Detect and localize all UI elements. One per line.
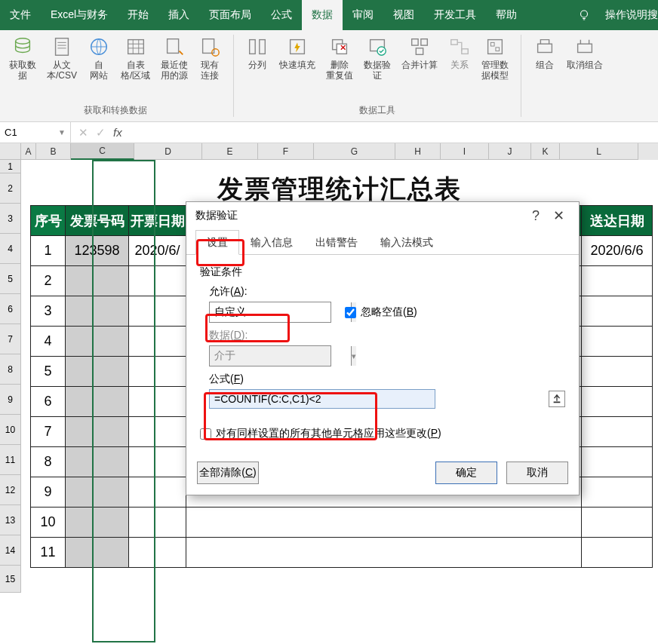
row-header-2[interactable]: 2 bbox=[0, 173, 21, 204]
ok-button[interactable]: 确定 bbox=[435, 462, 497, 484]
select-all-corner[interactable] bbox=[0, 143, 21, 160]
cancel-button[interactable]: 取消 bbox=[506, 462, 568, 484]
btn-data-model[interactable]: 管理数 据模型 bbox=[477, 33, 513, 83]
col-header-H[interactable]: H bbox=[395, 143, 441, 160]
btn-label: 组合 bbox=[536, 60, 554, 70]
ribbon-separator bbox=[233, 35, 234, 117]
tab-view[interactable]: 视图 bbox=[383, 0, 424, 30]
dialog-tabs: 设置 输入信息 出错警告 输入法模式 bbox=[186, 229, 579, 255]
allow-select[interactable]: ▾ bbox=[209, 302, 331, 323]
allow-value bbox=[210, 302, 351, 322]
tell-me[interactable]: 操作说明搜 bbox=[595, 0, 658, 30]
col-header-C[interactable]: C bbox=[71, 143, 134, 160]
row-header-11[interactable]: 11 bbox=[0, 445, 21, 475]
col-header-K[interactable]: K bbox=[531, 143, 560, 160]
btn-label: 自表 格/区域 bbox=[121, 60, 150, 81]
row-header-1[interactable]: 1 bbox=[0, 160, 21, 173]
formula-field[interactable] bbox=[209, 389, 435, 409]
btn-get-data[interactable]: 获取数 据 bbox=[5, 33, 41, 83]
ignore-blank-checkbox[interactable]: 忽略空值(B) bbox=[345, 305, 417, 319]
col-header-I[interactable]: I bbox=[441, 143, 489, 160]
tab-page-layout[interactable]: 页面布局 bbox=[199, 0, 261, 30]
col-header-D[interactable]: D bbox=[134, 143, 202, 160]
btn-from-table[interactable]: 自表 格/区域 bbox=[116, 33, 155, 83]
collapse-dialog-icon[interactable] bbox=[549, 391, 565, 407]
th-seq: 序号 bbox=[31, 206, 66, 236]
fx-icon[interactable]: fx bbox=[113, 126, 122, 139]
row-header-5[interactable]: 5 bbox=[0, 264, 21, 294]
col-header-F[interactable]: F bbox=[258, 143, 314, 160]
btn-relationships[interactable]: 关系 bbox=[444, 33, 475, 83]
btn-remove-duplicates[interactable]: 删除 重复值 bbox=[321, 33, 358, 83]
row-header-10[interactable]: 10 bbox=[0, 415, 21, 445]
col-header-L[interactable]: L bbox=[560, 143, 638, 160]
clear-all-button[interactable]: 全部清除(C) bbox=[197, 462, 259, 484]
btn-from-web[interactable]: 自 网站 bbox=[83, 33, 115, 83]
col-header-E[interactable]: E bbox=[202, 143, 258, 160]
row-header-13[interactable]: 13 bbox=[0, 505, 21, 535]
btn-flash-fill[interactable]: 快速填充 bbox=[275, 33, 320, 83]
row-header-9[interactable]: 9 bbox=[0, 385, 21, 415]
row-header-14[interactable]: 14 bbox=[0, 535, 21, 566]
row-header-8[interactable]: 8 bbox=[0, 354, 21, 385]
row-header-4[interactable]: 4 bbox=[0, 234, 21, 264]
dtab-error-alert[interactable]: 出错警告 bbox=[304, 230, 369, 255]
tab-data[interactable]: 数据 bbox=[302, 0, 343, 30]
tab-review[interactable]: 审阅 bbox=[343, 0, 383, 30]
flash-fill-icon bbox=[286, 35, 309, 58]
row-header-15[interactable]: 15 bbox=[0, 566, 21, 593]
name-box[interactable]: C1 ▼ bbox=[0, 122, 71, 143]
formula-label: 公式(F) bbox=[209, 373, 565, 386]
svg-rect-20 bbox=[488, 40, 503, 54]
check-icon[interactable]: ✓ bbox=[96, 126, 106, 140]
apply-to-others-checkbox[interactable]: 对有同样设置的所有其他单元格应用这些更改(P) bbox=[200, 427, 565, 440]
dtab-settings[interactable]: 设置 bbox=[195, 230, 239, 255]
btn-text-to-columns[interactable]: 分列 bbox=[241, 33, 273, 83]
btn-group[interactable]: 组合 bbox=[529, 33, 561, 72]
tab-formulas[interactable]: 公式 bbox=[261, 0, 302, 30]
dtab-input-message[interactable]: 输入信息 bbox=[239, 230, 304, 255]
apply-input[interactable] bbox=[200, 428, 211, 440]
group-label: 数据工具 bbox=[359, 101, 395, 121]
col-header-J[interactable]: J bbox=[489, 143, 531, 160]
data-validation-icon bbox=[366, 35, 389, 58]
btn-label: 分列 bbox=[248, 60, 266, 70]
criteria-label: 验证条件 bbox=[200, 265, 565, 279]
dtab-ime-mode[interactable]: 输入法模式 bbox=[369, 230, 444, 255]
ribbon-body: 获取数 据 从文 本/CSV 自 网站 自表 格/区域 最近使 用的源 现有 连… bbox=[0, 30, 658, 122]
recent-icon bbox=[163, 35, 186, 58]
btn-label: 关系 bbox=[450, 60, 469, 70]
row-header-6[interactable]: 6 bbox=[0, 294, 21, 324]
tab-help[interactable]: 帮助 bbox=[486, 0, 527, 30]
tab-insert[interactable]: 插入 bbox=[158, 0, 199, 30]
bulb-icon bbox=[577, 8, 591, 22]
tab-home[interactable]: 开始 bbox=[118, 0, 158, 30]
dialog-title: 数据验证 bbox=[195, 209, 238, 222]
help-button[interactable]: ? bbox=[524, 208, 547, 224]
btn-recent-sources[interactable]: 最近使 用的源 bbox=[156, 33, 192, 83]
data-value bbox=[210, 346, 351, 366]
btn-ungroup[interactable]: 取消组合 bbox=[562, 33, 607, 72]
tab-developer[interactable]: 开发工具 bbox=[424, 0, 486, 30]
tab-excel-finance[interactable]: Excel与财务 bbox=[41, 0, 118, 30]
svg-rect-9 bbox=[260, 40, 266, 54]
close-button[interactable]: ✕ bbox=[547, 207, 570, 224]
btn-data-validation[interactable]: 数据验 证 bbox=[359, 33, 395, 83]
row-header-3[interactable]: 3 bbox=[0, 204, 21, 234]
th-deliver-date: 送达日期 bbox=[582, 206, 653, 236]
formula-input[interactable] bbox=[130, 122, 658, 143]
col-header-B[interactable]: B bbox=[36, 143, 71, 160]
consolidate-icon bbox=[408, 35, 431, 58]
svg-rect-19 bbox=[462, 49, 468, 54]
btn-consolidate[interactable]: 合并计算 bbox=[397, 33, 442, 83]
btn-from-csv[interactable]: 从文 本/CSV bbox=[42, 33, 81, 83]
col-header-G[interactable]: G bbox=[314, 143, 395, 160]
connection-icon bbox=[198, 35, 221, 58]
col-header-A[interactable]: A bbox=[21, 143, 36, 160]
row-header-12[interactable]: 12 bbox=[0, 475, 21, 505]
row-header-7[interactable]: 7 bbox=[0, 324, 21, 354]
cancel-icon[interactable]: ✕ bbox=[78, 126, 88, 140]
tab-file[interactable]: 文件 bbox=[0, 0, 41, 30]
ignore-blank-input[interactable] bbox=[345, 307, 356, 318]
btn-existing-connections[interactable]: 现有 连接 bbox=[194, 33, 226, 83]
